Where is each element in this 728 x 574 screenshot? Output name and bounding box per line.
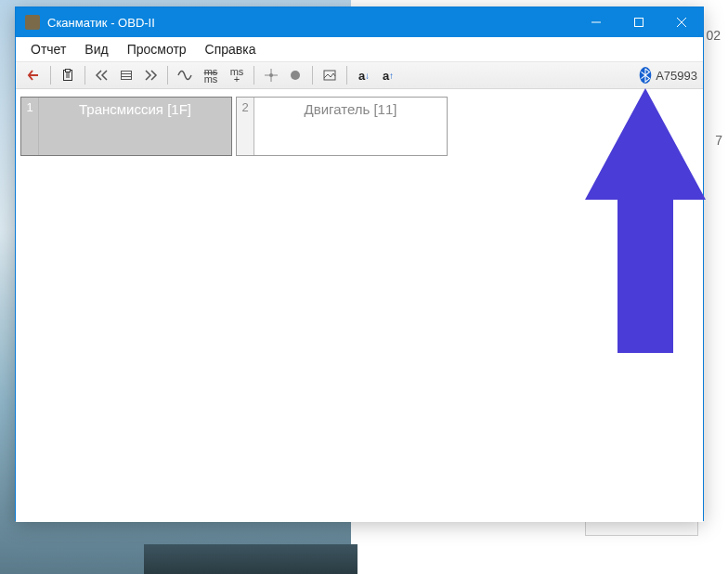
- clipboard-icon[interactable]: [57, 64, 79, 86]
- node-label: Двигатель [11]: [254, 98, 447, 155]
- toolbar-separator: [346, 66, 347, 85]
- node-number: 2: [237, 98, 254, 155]
- svg-rect-5: [66, 70, 71, 72]
- record-icon[interactable]: [284, 64, 306, 86]
- bluetooth-status: A75993: [639, 67, 697, 84]
- svg-point-7: [269, 73, 273, 77]
- app-icon: [25, 15, 40, 30]
- window-title: Сканматик - OBD-II: [47, 16, 575, 30]
- forward-icon[interactable]: [139, 64, 162, 86]
- ms-plus-icon[interactable]: ms+: [226, 64, 248, 86]
- bluetooth-icon: [639, 67, 652, 84]
- svg-point-8: [291, 71, 300, 80]
- svg-rect-9: [324, 71, 335, 80]
- menu-help[interactable]: Справка: [196, 40, 266, 59]
- sine-icon[interactable]: [174, 64, 196, 86]
- crosshair-icon[interactable]: [260, 64, 282, 86]
- toolbar-separator: [84, 66, 85, 85]
- node-number: 1: [21, 98, 39, 155]
- menubar: Отчет Вид Просмотр Справка: [16, 37, 703, 62]
- toolbar: msms ms+ a↓ a↑: [16, 62, 703, 89]
- titlebar[interactable]: Сканматик - OBD-II: [16, 7, 703, 37]
- bg-text-top: 02: [706, 28, 721, 43]
- bg-text-mid: 7: [715, 133, 722, 148]
- maximize-button[interactable]: [618, 7, 660, 37]
- toolbar-separator: [312, 66, 313, 85]
- font-up-icon[interactable]: a↑: [377, 64, 399, 86]
- back-arrow-icon[interactable]: [22, 64, 45, 86]
- toolbar-separator: [254, 66, 254, 85]
- menu-browse[interactable]: Просмотр: [118, 40, 196, 59]
- annotation-arrow-icon: [585, 88, 706, 358]
- list-icon[interactable]: [115, 64, 137, 86]
- toolbar-separator: [167, 66, 168, 85]
- node-transmission[interactable]: 1 Трансмиссия [1F]: [20, 97, 232, 156]
- menu-report[interactable]: Отчет: [21, 40, 75, 59]
- ms-icon[interactable]: msms: [198, 64, 224, 86]
- menu-view[interactable]: Вид: [75, 40, 117, 59]
- toolbar-separator: [50, 66, 51, 85]
- minimize-button[interactable]: [575, 7, 618, 37]
- node-engine[interactable]: 2 Двигатель [11]: [236, 97, 448, 156]
- rewind-icon[interactable]: [91, 64, 113, 86]
- desktop-strip: [144, 544, 358, 574]
- svg-marker-11: [585, 88, 706, 353]
- bluetooth-id: A75993: [656, 69, 697, 83]
- font-down-icon[interactable]: a↓: [353, 64, 375, 86]
- image-icon[interactable]: [318, 64, 341, 86]
- svg-rect-6: [122, 72, 132, 80]
- close-button[interactable]: [660, 7, 703, 37]
- node-label: Трансмиссия [1F]: [39, 98, 231, 155]
- svg-rect-1: [635, 19, 644, 27]
